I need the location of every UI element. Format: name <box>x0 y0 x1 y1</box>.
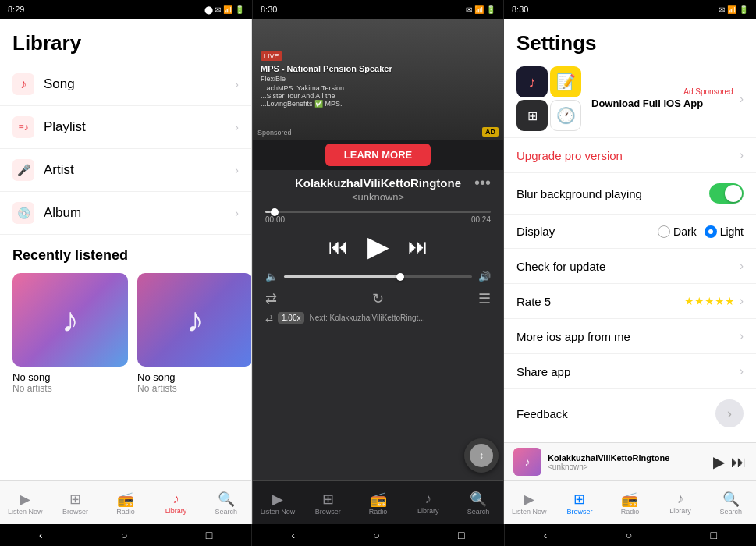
settings-title: Settings <box>516 31 744 55</box>
mini-forward-button[interactable]: ⏭ <box>731 453 747 471</box>
dark-option[interactable]: Dark <box>658 225 697 238</box>
light-radio[interactable] <box>705 225 717 238</box>
rate5-label: Rate 5 <box>516 295 684 308</box>
recent-album-2[interactable]: ♪ No song No artists <box>137 273 251 394</box>
ad-cta-button[interactable]: LEARN MORE <box>325 144 431 166</box>
album-art-1: ♪ <box>12 273 128 367</box>
menu-item-album[interactable]: 💿 Album › <box>0 192 251 235</box>
float-scroll-btn[interactable]: ↕ <box>464 438 499 473</box>
android-recents-btn-p2[interactable]: □ <box>458 529 464 541</box>
no-artist-label-1: No artists <box>12 383 128 394</box>
display-label: Display <box>516 225 658 238</box>
feedback-row[interactable]: Feedback › <box>504 389 756 438</box>
volume-high-icon: 🔊 <box>478 271 491 282</box>
repeat-button[interactable]: ↻ <box>372 290 384 307</box>
nav-browser[interactable]: ⊞ Browser <box>50 491 100 516</box>
light-label: Light <box>720 225 744 238</box>
no-artist-label-2: No artists <box>137 383 251 394</box>
search-icon-p3: 🔍 <box>722 491 740 508</box>
shuffle-button[interactable]: ⇄ <box>265 290 277 307</box>
nav2-library[interactable]: ♪ Library <box>403 491 453 515</box>
time-p1: 8:29 <box>8 5 24 14</box>
album-chevron: › <box>235 207 239 219</box>
queue-button[interactable]: ☰ <box>478 290 491 307</box>
nav2-listen-now[interactable]: ▶ Listen Now <box>253 491 303 516</box>
android-recents-btn-p1[interactable]: □ <box>206 529 212 541</box>
menu-item-playlist[interactable]: ≡♪ Playlist › <box>0 106 251 149</box>
nav2-search[interactable]: 🔍 Search <box>453 491 503 516</box>
ad-label-badge: AD <box>482 127 499 136</box>
rewind-button[interactable]: ⏮ <box>328 235 349 259</box>
nav-search[interactable]: 🔍 Search <box>201 491 251 516</box>
dark-radio[interactable] <box>658 225 670 238</box>
android-back-btn-p1[interactable]: ‹ <box>39 529 43 541</box>
nav3-search[interactable]: 🔍 Search <box>705 491 756 516</box>
nav-library[interactable]: ♪ Library <box>151 491 201 515</box>
next-label: Next: KolakkuzhalViliKettoRingt... <box>309 314 424 322</box>
search-label-p3: Search <box>719 508 742 516</box>
progress-bar[interactable] <box>265 211 491 213</box>
browser-icon-p2: ⊞ <box>322 491 334 508</box>
android-back-btn-p3[interactable]: ‹ <box>544 529 548 541</box>
nav3-browser[interactable]: ⊞ Browser <box>555 491 605 516</box>
fastforward-button[interactable]: ⏭ <box>408 235 428 259</box>
library-nav-label: Library <box>165 507 187 515</box>
ad-image: LIVE MPS - National Pension Speaker Flex… <box>253 19 503 140</box>
recent-album-1[interactable]: ♪ No song No artists <box>12 273 128 394</box>
ad-subtitle: FlexiBle <box>261 75 286 83</box>
speed-next-row: ⇄ 1.00x Next: KolakkuzhalViliKettoRingt.… <box>265 312 491 324</box>
listen-now-label: Listen Now <box>8 508 43 516</box>
album-label: Album <box>44 205 235 221</box>
recent-albums-container: ♪ No song No artists ♪ No song No artist… <box>12 273 239 394</box>
nav2-radio[interactable]: 📻 Radio <box>353 491 403 516</box>
volume-fill <box>284 275 400 278</box>
menu-item-artist[interactable]: 🎤 Artist › <box>0 149 251 192</box>
nav-radio[interactable]: 📻 Radio <box>101 491 151 516</box>
ad-chevron[interactable]: › <box>740 92 744 106</box>
track-title: KolakkuzhalViliKettoRingtone <box>295 176 461 190</box>
check-update-row[interactable]: Check for update › <box>504 249 756 284</box>
radio-icon-p3: 📻 <box>621 491 638 508</box>
status-icons-p2: ✉ 📶 🔋 <box>466 5 495 14</box>
ad-badge: LIVE <box>261 51 282 61</box>
album-art-2: ♪ <box>137 273 251 367</box>
nav2-browser[interactable]: ⊞ Browser <box>303 491 353 516</box>
more-ios-row[interactable]: More ios app from me › <box>504 319 756 354</box>
mini-play-button[interactable]: ▶ <box>713 452 725 471</box>
feedback-circle-btn[interactable]: › <box>715 399 744 427</box>
upgrade-row[interactable]: Upgrade pro version › <box>504 138 756 173</box>
volume-thumb[interactable] <box>396 273 404 281</box>
android-recents-btn-p3[interactable]: □ <box>710 529 716 541</box>
android-home-btn-p2[interactable]: ○ <box>373 529 379 541</box>
progress-thumb[interactable] <box>271 208 279 216</box>
bottom-nav-p1: ▶ Listen Now ⊞ Browser 📻 Radio ♪ Library… <box>0 480 251 524</box>
blur-toggle[interactable] <box>709 183 744 204</box>
more-options-button[interactable]: ••• <box>474 174 491 192</box>
speed-badge[interactable]: 1.00x <box>278 312 304 324</box>
nav3-listen-now[interactable]: ▶ Listen Now <box>504 491 555 516</box>
player-content: KolakkuzhalViliKettoRingtone ••• <unknow… <box>253 170 503 480</box>
nav-listen-now[interactable]: ▶ Listen Now <box>0 491 50 516</box>
library-title: Library <box>0 19 251 63</box>
check-update-chevron: › <box>740 259 744 273</box>
volume-bar[interactable] <box>284 275 472 278</box>
android-home-btn-p1[interactable]: ○ <box>121 529 127 541</box>
volume-row: 🔈 🔊 <box>265 271 491 282</box>
progress-container[interactable] <box>265 211 491 213</box>
album-icon: 💿 <box>12 202 34 224</box>
settings-panel: Settings ♪ 📝 ⊞ 🕐 <box>504 19 756 524</box>
light-option[interactable]: Light <box>705 225 744 238</box>
share-app-row[interactable]: Share app › <box>504 354 756 389</box>
nav3-library[interactable]: ♪ Library <box>655 491 706 515</box>
rate5-row[interactable]: Rate 5 ★★★★★ › <box>504 284 756 319</box>
menu-item-song[interactable]: ♪ Song › <box>0 63 251 106</box>
play-button[interactable]: ▶ <box>367 230 389 263</box>
android-nav-p3: ‹ ○ □ <box>505 524 756 546</box>
artist-label: Artist <box>44 162 235 178</box>
android-home-btn-p3[interactable]: ○ <box>626 529 632 541</box>
upgrade-label: Upgrade pro version <box>516 149 740 162</box>
nav3-radio[interactable]: 📻 Radio <box>605 491 655 516</box>
status-icons-p3: ✉ 📶 🔋 <box>719 5 748 14</box>
radio-label-p2: Radio <box>369 508 388 516</box>
android-back-btn-p2[interactable]: ‹ <box>291 529 295 541</box>
